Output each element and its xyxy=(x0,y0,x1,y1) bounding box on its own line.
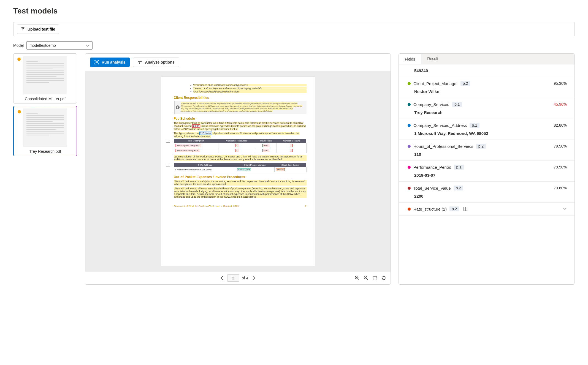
thumbnail-list: Consolidated M... er.pdf Trey Research.p… xyxy=(13,53,77,285)
field-row[interactable]: Company_Serviced_Address p.1 82.80% 1 Mi… xyxy=(399,119,575,140)
field-row[interactable]: Client_Project_Manager p.2 95.30% Nestor… xyxy=(399,77,575,98)
field-row[interactable]: Performance_Period p.1 79.50% 2019-03-07 xyxy=(399,161,575,182)
field-confidence: 79.50% xyxy=(554,165,567,169)
analyze-options-button[interactable]: Analyze options xyxy=(133,58,179,67)
doc-text: Client will be invoiced monthly for the … xyxy=(174,180,307,186)
field-name: Total_Service_Value xyxy=(413,186,451,190)
field-color-dot xyxy=(408,145,411,148)
field-color-dot xyxy=(408,124,411,127)
model-row: Model modeltestdemo xyxy=(13,41,575,50)
doc-bullet: Cleanup of all workspaces and removal of… xyxy=(193,87,307,90)
field-page-badge: p.2 xyxy=(454,186,463,190)
field-value: 549240 xyxy=(414,68,567,73)
run-analysis-label: Run analysis xyxy=(102,60,125,64)
sliders-icon xyxy=(138,60,142,64)
rotate-button[interactable] xyxy=(381,276,386,280)
results-panel: Fields Result 549240 Client_Project_Mana… xyxy=(399,53,575,285)
field-row: 549240 xyxy=(399,64,575,77)
zoom-in-button[interactable] xyxy=(355,276,360,280)
field-confidence: 95.30% xyxy=(554,81,567,86)
extracted-highlight: 2,200 xyxy=(192,124,200,128)
field-name: Rate_structure (2) xyxy=(413,207,447,211)
document-stage[interactable]: Performance of all installations and con… xyxy=(85,71,391,272)
next-page-button[interactable] xyxy=(251,274,257,282)
thumbnail-label: Trey Research.pdf xyxy=(16,149,74,154)
model-select[interactable]: modeltestdemo xyxy=(26,41,93,50)
model-label: Model xyxy=(13,43,24,48)
field-name: Performance_Period xyxy=(413,165,451,170)
field-color-dot xyxy=(408,208,411,211)
field-name: Hours_of_Professional_Serviecs xyxy=(413,144,473,149)
upload-test-file-button[interactable]: Upload test file xyxy=(17,24,59,34)
table-icon xyxy=(166,163,170,167)
field-row[interactable]: Hours_of_Professional_Serviecs p.2 79.50… xyxy=(399,140,575,161)
field-row[interactable]: Total_Service_Value p.2 73.60% 2200 xyxy=(399,182,575,203)
field-value: 1 Microsoft Way, Redmond, WA 98052 xyxy=(414,131,567,136)
field-page-badge: p.2 xyxy=(449,206,459,211)
field-confidence: 45.90% xyxy=(554,102,567,107)
model-selected-value: modeltestdemo xyxy=(29,43,56,48)
tab-result[interactable]: Result xyxy=(421,54,444,64)
region-select-button[interactable] xyxy=(372,276,377,280)
field-color-dot xyxy=(408,103,411,106)
doc-text: Upon completion of this Performance Peri… xyxy=(174,155,307,161)
field-row[interactable]: Company_Serviced p.1 45.90% Trey Researc… xyxy=(399,98,575,119)
scan-icon xyxy=(94,60,99,64)
run-analysis-button[interactable]: Run analysis xyxy=(90,58,130,67)
upload-label: Upload test file xyxy=(28,27,55,31)
chevron-right-icon xyxy=(253,276,255,280)
panel-body[interactable]: 549240 Client_Project_Manager p.2 95.30%… xyxy=(399,64,575,284)
pager: of 4 xyxy=(85,272,391,284)
rotate-icon xyxy=(381,276,386,280)
svg-point-0 xyxy=(140,61,141,62)
page-of-label: of 4 xyxy=(242,276,248,280)
thumbnail-preview xyxy=(23,56,67,94)
panel-tabs: Fields Result xyxy=(399,54,575,64)
doc-text: Pursuant to and in conformance with any … xyxy=(181,102,302,112)
analyze-options-label: Analyze options xyxy=(145,60,174,64)
page-number-input[interactable] xyxy=(227,274,239,282)
doc-heading: Client Responsibilities xyxy=(174,96,307,100)
viewer-toolbar: Run analysis Analyze options xyxy=(85,54,391,71)
doc-heading: Out-of-Pocket Expenses / Invoice Procedu… xyxy=(174,175,307,179)
thumbnail-label: Consolidated M... er.pdf xyxy=(16,97,75,101)
thumbnail-preview xyxy=(23,108,67,147)
svg-point-1 xyxy=(139,63,140,64)
field-value: Nestor Wilke xyxy=(414,89,567,94)
field-value: Trey Research xyxy=(414,110,567,115)
thumbnail-card[interactable]: Trey Research.pdf xyxy=(13,106,77,156)
region-icon xyxy=(372,276,377,280)
field-color-dot xyxy=(408,187,411,190)
field-page-badge: p.2 xyxy=(460,81,470,86)
upload-bar: Upload test file xyxy=(13,22,575,36)
doc-footer-page: 2 xyxy=(305,205,306,208)
field-page-badge: p.2 xyxy=(476,144,486,149)
field-name: Company_Serviced xyxy=(413,102,449,107)
doc-heading: Fee Schedule xyxy=(174,117,307,121)
document-viewer: Run analysis Analyze options Performance… xyxy=(85,53,391,285)
chevron-left-icon xyxy=(220,276,223,280)
field-value: 2200 xyxy=(414,194,567,198)
table-icon xyxy=(166,139,170,143)
prev-page-button[interactable] xyxy=(219,274,225,282)
field-confidence: 82.80% xyxy=(554,123,567,127)
doc-table: Bill To AddressClient Project ManagerCli… xyxy=(174,163,307,172)
tab-fields[interactable]: Fields xyxy=(399,54,421,64)
status-dot-icon xyxy=(18,110,21,113)
field-row[interactable]: Rate_structure (2) p.2 xyxy=(399,203,575,216)
field-name: Client_Project_Manager xyxy=(413,81,458,86)
doc-text: This figure is based on xyxy=(174,132,199,135)
zoom-in-icon xyxy=(355,276,360,280)
field-confidence: 73.60% xyxy=(554,186,567,190)
chevron-down-icon xyxy=(563,208,567,210)
field-page-badge: p.1 xyxy=(452,102,462,107)
field-color-dot xyxy=(408,82,411,85)
table-icon xyxy=(464,207,467,211)
field-confidence: 79.50% xyxy=(554,144,567,148)
document-page: Performance of all installations and con… xyxy=(161,76,315,266)
info-icon: i xyxy=(176,105,180,109)
thumbnail-card[interactable]: Consolidated M... er.pdf xyxy=(13,53,77,103)
field-value: 2019-03-07 xyxy=(414,173,567,178)
doc-footer: Statement of Work for Contoso Electronic… xyxy=(174,205,239,208)
zoom-out-button[interactable] xyxy=(364,276,368,280)
